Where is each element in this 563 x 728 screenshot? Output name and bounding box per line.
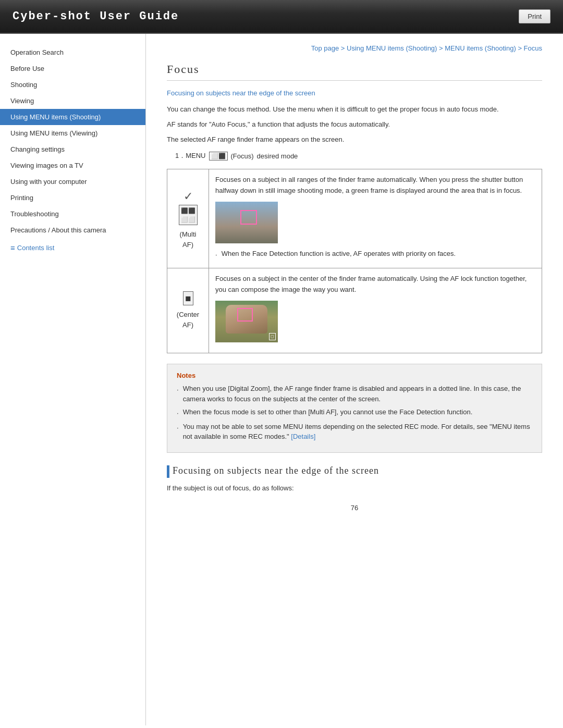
sub-section-text: If the subject is out of focus, do as fo… [167,483,542,494]
cat-image-container: ◻ [215,301,535,342]
table-row: ✓ ⬛⬛⬜⬜ (MultiAF) Focuses on a subject in… [167,169,542,268]
page-header: Cyber-shot User Guide Print [0,0,563,34]
center-af-desc: Focuses on a subject in the center of th… [209,268,542,353]
note-text-1: When you use [Digital Zoom], the AF rang… [183,384,532,404]
note-text-3: You may not be able to set some MENU ite… [183,422,532,442]
intro-text-2: AF stands for "Auto Focus," a function t… [167,119,542,130]
canal-image [215,202,278,243]
breadcrumb[interactable]: Top page > Using MENU items (Shooting) >… [167,44,542,52]
sidebar-item-viewing[interactable]: Viewing [0,93,145,109]
bullet-dot-2: · [177,408,179,418]
sidebar-item-changing-settings[interactable]: Changing settings [0,141,145,157]
page-number: 76 [167,504,542,512]
focus-table: ✓ ⬛⬛⬜⬜ (MultiAF) Focuses on a subject in… [167,169,542,353]
section-bar-icon [167,465,169,478]
table-row: ◼ (CenterAF) Focuses on a subject in the… [167,268,542,353]
list-icon: ≡ [10,243,15,252]
intro-text-1: You can change the focus method. Use the… [167,104,542,115]
cat-image: ◻ [215,301,278,342]
page-title: Focus [167,63,542,81]
center-af-text: Focuses on a subject in the center of th… [215,274,535,295]
note-text-2: When the focus mode is set to other than… [183,407,473,417]
notes-title: Notes [177,372,532,379]
canal-image-container [215,202,535,243]
menu-focus-label: (Focus) [231,152,254,160]
focus-box-canal [240,210,257,225]
multi-af-note-text: When the Face Detection function is acti… [222,249,456,259]
site-title: Cyber-shot User Guide [13,10,179,23]
main-content: Top page > Using MENU items (Shooting) >… [146,34,563,725]
sidebar-item-using-menu-shooting[interactable]: Using MENU items (Shooting) [0,109,145,125]
menu-focus-icon: ⬜⬛ [209,152,228,161]
sidebar-item-shooting[interactable]: Shooting [0,77,145,93]
note-item-2: · When the focus mode is set to other th… [177,407,532,418]
cat-corner-icon: ◻ [269,333,276,340]
mode-icon-cell-multi: ✓ ⬛⬛⬜⬜ (MultiAF) [167,169,209,268]
details-link[interactable]: [Details] [291,433,315,440]
multi-af-label: (MultiAF) [174,229,202,250]
center-af-label: (CenterAF) [174,310,202,330]
notes-box: Notes · When you use [Digital Zoom], the… [167,364,542,453]
sidebar-item-viewing-tv[interactable]: Viewing images on a TV [0,157,145,174]
menu-instruction: 1．MENU ⬜⬛ (Focus) desired mode [175,151,542,161]
contents-link-label: Contents list [17,244,55,252]
contents-list-link[interactable]: ≡ Contents list [0,238,145,257]
sidebar-item-troubleshooting[interactable]: Troubleshooting [0,206,145,222]
multi-af-text: Focuses on a subject in all ranges of th… [215,175,535,196]
section-link[interactable]: Focusing on subjects near the edge of th… [167,89,542,97]
sidebar-item-using-computer[interactable]: Using with your computer [0,174,145,190]
note-item-1: · When you use [Digital Zoom], the AF ra… [177,384,532,404]
mode-icon-cell-center: ◼ (CenterAF) [167,268,209,353]
multi-af-icon: ⬛⬛⬜⬜ [179,205,198,225]
note-item-3: · You may not be able to set some MENU i… [177,422,532,442]
sidebar-item-printing[interactable]: Printing [0,190,145,206]
sidebar-item-before-use[interactable]: Before Use [0,60,145,77]
checkmark-icon: ✓ [174,188,202,205]
sidebar-item-operation-search[interactable]: Operation Search [0,44,145,60]
page-layout: Operation Search Before Use Shooting Vie… [0,34,563,725]
sidebar-item-precautions[interactable]: Precautions / About this camera [0,222,145,238]
center-af-icon: ◼ [183,291,193,305]
focus-box-cat [237,308,253,322]
sub-section-edge: Focusing on subjects near the edge of th… [167,465,542,478]
menu-step-label: 1．MENU [175,151,206,161]
bullet-dot: · [215,250,217,260]
sidebar-item-using-menu-viewing[interactable]: Using MENU items (Viewing) [0,125,145,141]
bullet-dot-3: · [177,423,179,433]
sub-section-title: Focusing on subjects near the edge of th… [173,465,379,476]
intro-text-3: The selected AF range finder frame appea… [167,134,542,145]
bullet-dot-1: · [177,385,179,395]
multi-af-note: · When the Face Detection function is ac… [215,249,535,260]
multi-af-desc: Focuses on a subject in all ranges of th… [209,169,542,268]
sidebar: Operation Search Before Use Shooting Vie… [0,34,146,725]
print-button[interactable]: Print [519,9,550,23]
menu-desired-label: desired mode [257,152,298,160]
